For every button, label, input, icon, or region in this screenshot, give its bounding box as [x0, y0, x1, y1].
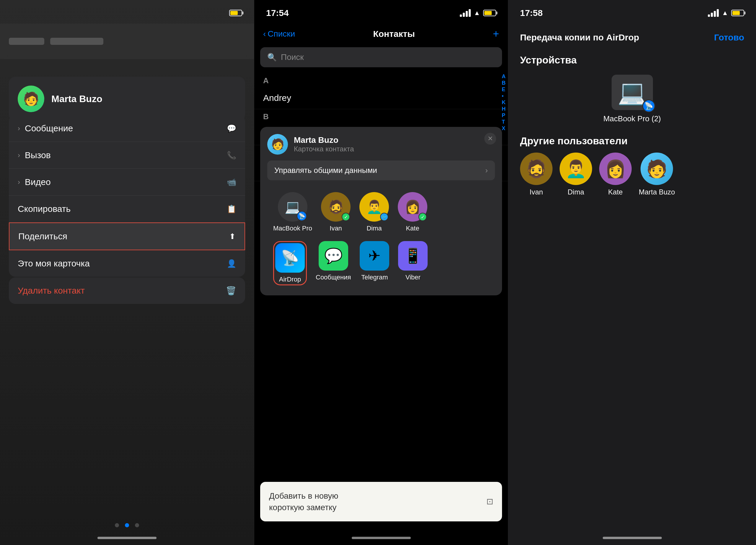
action-menu: › Сообщение 💬 › Вызов 📞 › Видео 📹 Скопир… — [9, 115, 245, 277]
home-indicator-3 — [603, 537, 662, 539]
dima-user-name: Dima — [568, 188, 584, 196]
chevron-right-icon: › — [485, 166, 488, 175]
alpha-k[interactable]: K — [502, 100, 506, 105]
user-item-marta[interactable]: 🧑 Marta Buzo — [639, 153, 675, 196]
delete-menu: Удалить контакт 🗑️ — [9, 277, 245, 304]
page-dots — [0, 523, 254, 527]
message-icon: 💬 — [227, 124, 236, 133]
signal-icon-2 — [460, 9, 471, 17]
delete-label: Удалить контакт — [18, 285, 85, 296]
telegram-label: Telegram — [361, 273, 388, 281]
menu-label-message: Сообщение — [25, 123, 73, 133]
dot-active — [125, 523, 129, 527]
kate-user-avatar: 👩 — [599, 153, 632, 185]
user-item-ivan[interactable]: 🧔 Ivan — [520, 153, 553, 196]
search-icon: 🔍 — [267, 53, 277, 62]
alphabet-bar[interactable]: A B E • K H P T X — [502, 74, 506, 131]
user-item-dima[interactable]: 👨‍🦱 Dima — [560, 153, 592, 196]
share-app-messages[interactable]: 💬 Сообщения — [316, 241, 351, 285]
signal-icon-3 — [708, 9, 719, 17]
battery-icon-3 — [731, 10, 744, 16]
ivan-user-name: Ivan — [529, 188, 543, 196]
popup-close-button[interactable]: ✕ — [484, 133, 496, 145]
mycard-icon: 👤 — [227, 259, 236, 268]
nav-title: Контакты — [373, 29, 415, 39]
menu-item-share[interactable]: Поделиться ⬆ — [9, 223, 245, 250]
macbook-avatar: 💻 📡 — [278, 192, 307, 222]
viber-label: Viber — [405, 273, 421, 281]
alpha-x[interactable]: X — [502, 126, 506, 131]
search-input[interactable]: Поиск — [281, 53, 304, 62]
time-3: 17:58 — [520, 8, 543, 18]
whatsapp-badge-ivan: ✓ — [342, 213, 350, 221]
menu-label-mycard: Это моя карточка — [18, 259, 90, 269]
other-users-grid: 🧔 Ivan 👨‍🦱 Dima 👩 Kate 🧑 Marta Buzo — [520, 153, 744, 196]
twitter-badge-dima: 🐦 — [380, 213, 388, 221]
share-app-telegram[interactable]: ✈ Telegram — [360, 241, 389, 285]
popup-header: 🧑 Marta Buzo Карточка контакта — [267, 134, 495, 155]
app-share-row: 📡 AirDrop 💬 Сообщения ✈ Telegram 📱 Viber — [267, 238, 495, 288]
airdrop-done-button[interactable]: Готово — [714, 32, 744, 43]
alpha-p[interactable]: P — [502, 113, 506, 118]
back-button[interactable]: ‹ Списки — [263, 29, 295, 39]
macbook-device[interactable]: 💻 📡 MacBook Pro (2) — [508, 69, 756, 132]
share-people-row: 💻 📡 MacBook Pro 🧔 ✓ Ivan 👨‍🦱 🐦 Di — [267, 186, 495, 238]
messages-app-icon: 💬 — [319, 241, 348, 271]
menu-label-call: Вызов — [25, 150, 51, 160]
phone-panel-1: 17:53 ▲ 🧑 Marta Buzo › Сообщение — [0, 0, 254, 545]
airdrop-label: AirDrop — [279, 275, 301, 283]
macbook-airdrop-badge: 📡 — [642, 100, 655, 112]
dima-avatar: 👨‍🦱 🐦 — [359, 192, 389, 222]
marta-user-name: Marta Buzo — [639, 188, 675, 196]
alpha-b[interactable]: B — [502, 80, 506, 86]
alpha-e[interactable]: E — [502, 87, 506, 92]
add-contact-button[interactable]: + — [493, 28, 499, 40]
telegram-app-icon: ✈ — [360, 241, 389, 271]
kate-avatar: 👩 ✓ — [398, 192, 427, 222]
airdrop-header: Передача копии по AirDrop Готово — [508, 24, 756, 48]
alpha-h[interactable]: H — [502, 106, 506, 112]
time-2: 17:54 — [266, 8, 289, 18]
menu-item-message[interactable]: › Сообщение 💬 — [9, 115, 245, 142]
menu-item-copy[interactable]: Скопировать 📋 — [9, 196, 245, 223]
back-label: Списки — [268, 29, 295, 39]
alpha-a[interactable]: A — [502, 74, 506, 79]
blurred-header — [0, 24, 254, 59]
popup-subtitle: Карточка контакта — [294, 145, 354, 153]
macbook-label: MacBook Pro (2) — [603, 114, 661, 123]
add-note-icon: ⊡ — [486, 497, 493, 506]
share-person-label-dima: Dima — [366, 225, 382, 232]
user-item-kate[interactable]: 👩 Kate — [599, 153, 632, 196]
menu-item-call[interactable]: › Вызов 📞 — [9, 142, 245, 169]
share-icon: ⬆ — [229, 232, 236, 241]
popup-name: Marta Buzo — [294, 136, 354, 145]
add-note-bar[interactable]: Добавить в новуюкороткую заметку ⊡ — [260, 482, 502, 521]
contact-row-andrey[interactable]: Andrey — [254, 87, 508, 109]
share-person-macbook[interactable]: 💻 📡 MacBook Pro — [273, 192, 312, 232]
add-note-label: Добавить в новуюкороткую заметку — [269, 490, 338, 513]
ivan-user-avatar: 🧔 — [520, 153, 553, 185]
share-person-kate[interactable]: 👩 ✓ Kate — [398, 192, 427, 232]
dot — [135, 523, 139, 527]
menu-label-copy: Скопировать — [18, 204, 71, 214]
menu-item-video[interactable]: › Видео 📹 — [9, 169, 245, 196]
popup-avatar: 🧑 — [267, 134, 288, 155]
delete-contact-button[interactable]: Удалить контакт 🗑️ — [9, 277, 245, 304]
share-person-ivan[interactable]: 🧔 ✓ Ivan — [321, 192, 351, 232]
airdrop-app-icon: 📡 — [275, 243, 305, 272]
alpha-g[interactable]: • — [502, 93, 506, 99]
share-person-label-macbook: MacBook Pro — [273, 225, 312, 232]
share-person-label-kate: Kate — [406, 225, 419, 232]
share-app-viber[interactable]: 📱 Viber — [398, 241, 428, 285]
chevron-icon: › — [18, 124, 20, 133]
manage-sharing-button[interactable]: Управлять общими данными › — [267, 161, 495, 180]
home-indicator-1 — [97, 537, 157, 539]
menu-item-mycard[interactable]: Это моя карточка 👤 — [9, 250, 245, 277]
share-person-label-ivan: Ivan — [330, 225, 342, 232]
share-person-dima[interactable]: 👨‍🦱 🐦 Dima — [359, 192, 389, 232]
share-app-airdrop[interactable]: 📡 AirDrop — [273, 241, 307, 285]
alpha-t[interactable]: T — [502, 119, 506, 125]
contact-name: Marta Buzo — [51, 94, 102, 105]
wifi-icon-2: ▲ — [474, 9, 480, 17]
search-bar[interactable]: 🔍 Поиск — [260, 47, 502, 67]
